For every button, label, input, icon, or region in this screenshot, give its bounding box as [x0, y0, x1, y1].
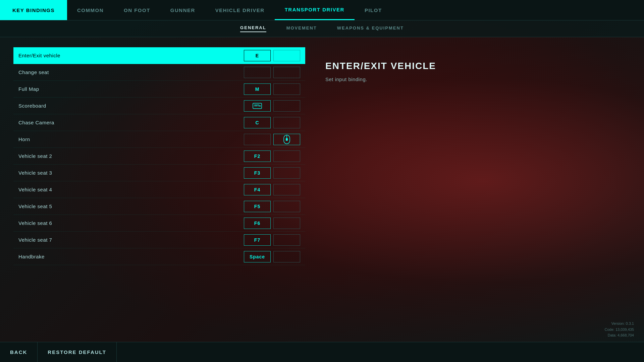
- key-buttons-vehicle-seat-5: F5: [244, 201, 300, 212]
- binding-label-vehicle-seat-3: Vehicle seat 3: [18, 170, 244, 176]
- key2-handbrake[interactable]: [273, 251, 300, 262]
- nav-key-bindings[interactable]: KEY BINDINGS: [0, 0, 67, 20]
- bottom-bar: BACK RESTORE DEFAULT: [0, 342, 644, 362]
- binding-label-vehicle-seat-4: Vehicle seat 4: [18, 187, 244, 192]
- back-button[interactable]: BACK: [0, 342, 38, 362]
- key-buttons-full-map: M: [244, 83, 300, 95]
- binding-label-scoreboard: Scoreboard: [18, 103, 244, 109]
- key-buttons-vehicle-seat-2: F2: [244, 150, 300, 162]
- key1-scoreboard[interactable]: [244, 100, 271, 112]
- binding-label-vehicle-seat-7: Vehicle seat 7: [18, 237, 244, 243]
- key1-vehicle-seat-4[interactable]: F4: [244, 184, 271, 195]
- key2-scoreboard[interactable]: [273, 100, 300, 112]
- key1-full-map[interactable]: M: [244, 83, 271, 95]
- binding-handbrake[interactable]: Handbrake Space: [13, 248, 305, 265]
- key-buttons-horn: [244, 134, 300, 145]
- binding-vehicle-seat-6[interactable]: Vehicle seat 6 F6: [13, 215, 305, 232]
- key1-enter-exit[interactable]: E: [244, 50, 271, 61]
- version-code: Code: 13,039,435: [605, 327, 634, 333]
- version-info: Version: 0.3.1 Code: 13,039,435 Data: 4,…: [605, 321, 634, 339]
- key-buttons-vehicle-seat-4: F4: [244, 184, 300, 195]
- key-buttons-handbrake: Space: [244, 251, 300, 262]
- tab-key-icon: [253, 102, 262, 110]
- binding-scoreboard[interactable]: Scoreboard: [13, 98, 305, 114]
- key2-change-seat[interactable]: [273, 67, 300, 78]
- key-buttons-chase-camera: C: [244, 117, 300, 128]
- binding-label-horn: Horn: [18, 136, 244, 142]
- sub-nav: GENERAL MOVEMENT WEAPONS & EQUIPMENT: [0, 20, 644, 37]
- binding-label-handbrake: Handbrake: [18, 254, 244, 259]
- binding-vehicle-seat-7[interactable]: Vehicle seat 7 F7: [13, 232, 305, 248]
- binding-label-chase-camera: Chase Camera: [18, 120, 244, 125]
- tab-weapons-equipment[interactable]: WEAPONS & EQUIPMENT: [337, 25, 404, 32]
- binding-label-full-map: Full Map: [18, 86, 244, 92]
- key2-chase-camera[interactable]: [273, 117, 300, 128]
- key-buttons-vehicle-seat-6: F6: [244, 218, 300, 229]
- key1-change-seat[interactable]: [244, 67, 271, 78]
- binding-full-map[interactable]: Full Map M: [13, 81, 305, 98]
- detail-panel: ENTER/EXIT VEHICLE Set input binding.: [305, 47, 644, 335]
- binding-change-seat[interactable]: Change seat: [13, 64, 305, 81]
- key2-vehicle-seat-2[interactable]: [273, 150, 300, 162]
- binding-vehicle-seat-3[interactable]: Vehicle seat 3 F3: [13, 165, 305, 181]
- key2-vehicle-seat-4[interactable]: [273, 184, 300, 195]
- key1-vehicle-seat-3[interactable]: F3: [244, 167, 271, 179]
- binding-label-enter-exit: Enter/Exit vehicle: [18, 53, 244, 58]
- key2-full-map[interactable]: [273, 83, 300, 95]
- top-nav: KEY BINDINGS COMMON ON FOOT GUNNER VEHIC…: [0, 0, 644, 20]
- binding-enter-exit[interactable]: Enter/Exit vehicle E: [13, 47, 305, 64]
- tab-general[interactable]: GENERAL: [240, 25, 266, 32]
- nav-on-foot[interactable]: ON FOOT: [114, 0, 160, 20]
- binding-label-vehicle-seat-6: Vehicle seat 6: [18, 220, 244, 226]
- binding-label-change-seat: Change seat: [18, 69, 244, 75]
- nav-pilot[interactable]: PILOT: [355, 0, 392, 20]
- binding-label-vehicle-seat-5: Vehicle seat 5: [18, 203, 244, 209]
- binding-chase-camera[interactable]: Chase Camera C: [13, 114, 305, 131]
- svg-rect-7: [286, 138, 288, 141]
- key1-handbrake[interactable]: Space: [244, 251, 271, 262]
- key2-vehicle-seat-6[interactable]: [273, 218, 300, 229]
- version-data: Data: 4,668,704: [605, 333, 634, 339]
- key2-horn[interactable]: [273, 134, 300, 145]
- binding-label-vehicle-seat-2: Vehicle seat 2: [18, 153, 244, 159]
- restore-default-button[interactable]: RESTORE DEFAULT: [38, 342, 116, 362]
- bindings-panel: Enter/Exit vehicle E Change seat Full Ma…: [13, 47, 305, 335]
- nav-common[interactable]: COMMON: [67, 0, 114, 20]
- key-buttons-enter-exit: E: [244, 50, 300, 61]
- nav-vehicle-driver[interactable]: VEHICLE DRIVER: [205, 0, 275, 20]
- detail-description: Set input binding.: [325, 76, 624, 82]
- mouse-middle-icon: [283, 135, 290, 144]
- key2-enter-exit[interactable]: [273, 50, 300, 61]
- key-buttons-vehicle-seat-7: F7: [244, 234, 300, 246]
- key2-vehicle-seat-7[interactable]: [273, 234, 300, 246]
- nav-gunner[interactable]: GUNNER: [160, 0, 205, 20]
- key1-vehicle-seat-5[interactable]: F5: [244, 201, 271, 212]
- binding-vehicle-seat-2[interactable]: Vehicle seat 2 F2: [13, 148, 305, 165]
- key-buttons-scoreboard: [244, 100, 300, 112]
- key-buttons-vehicle-seat-3: F3: [244, 167, 300, 179]
- tab-movement[interactable]: MOVEMENT: [286, 25, 317, 32]
- binding-vehicle-seat-4[interactable]: Vehicle seat 4 F4: [13, 181, 305, 198]
- binding-vehicle-seat-5[interactable]: Vehicle seat 5 F5: [13, 198, 305, 215]
- key1-vehicle-seat-6[interactable]: F6: [244, 218, 271, 229]
- version-number: Version: 0.3.1: [605, 321, 634, 327]
- key2-vehicle-seat-3[interactable]: [273, 167, 300, 179]
- binding-horn[interactable]: Horn: [13, 131, 305, 148]
- key1-horn[interactable]: [244, 134, 271, 145]
- key1-vehicle-seat-7[interactable]: F7: [244, 234, 271, 246]
- key1-vehicle-seat-2[interactable]: F2: [244, 150, 271, 162]
- key2-vehicle-seat-5[interactable]: [273, 201, 300, 212]
- main-content: Enter/Exit vehicle E Change seat Full Ma…: [0, 37, 644, 342]
- key1-chase-camera[interactable]: C: [244, 117, 271, 128]
- detail-title: ENTER/EXIT VEHICLE: [325, 61, 624, 71]
- key-buttons-change-seat: [244, 67, 300, 78]
- nav-transport-driver[interactable]: TRANSPORT DRIVER: [275, 0, 355, 20]
